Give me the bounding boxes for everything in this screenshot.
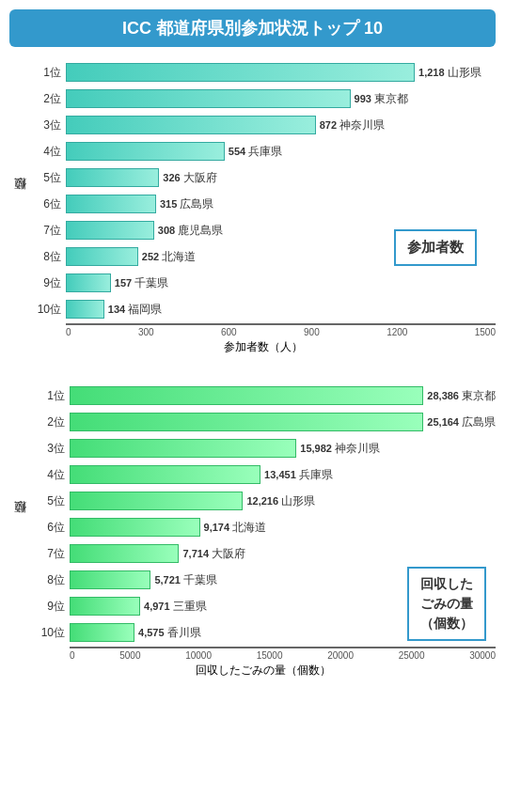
bar-name: 大阪府 bbox=[212, 546, 245, 562]
rank-label: 10位 bbox=[30, 625, 70, 641]
bar-area: 554兵庫県 bbox=[66, 141, 496, 162]
bar-area: 12,216山形県 bbox=[70, 491, 496, 511]
bar-name: 山形県 bbox=[448, 65, 481, 81]
bar-value: 252 bbox=[142, 251, 159, 262]
bar-value: 554 bbox=[229, 146, 245, 157]
bar-name: 千葉県 bbox=[183, 572, 217, 588]
bar-area: 872神奈川県 bbox=[66, 115, 496, 135]
rank-label: 2位 bbox=[30, 414, 70, 430]
chart1-xlabel: 参加者数（人） bbox=[30, 339, 496, 355]
bar-name: 鹿児島県 bbox=[178, 223, 223, 239]
chart2-section: 順位 1位28,386東京都2位25,164広島県3位15,982神奈川県4位1… bbox=[9, 383, 496, 679]
bar bbox=[70, 623, 134, 642]
bar bbox=[70, 597, 140, 616]
bar-name: 東京都 bbox=[374, 91, 408, 107]
rank-label: 1位 bbox=[30, 388, 70, 404]
rank-label: 3位 bbox=[30, 117, 66, 133]
bar bbox=[70, 413, 423, 431]
bar-value: 5,721 bbox=[154, 574, 181, 586]
bar-name: 香川県 bbox=[167, 625, 201, 641]
x-tick: 10000 bbox=[185, 650, 212, 661]
bar bbox=[66, 168, 159, 187]
rank-label: 10位 bbox=[30, 302, 66, 318]
bar-row: 3位15,982神奈川県 bbox=[30, 436, 496, 461]
bar bbox=[70, 518, 200, 537]
chart1-legend: 参加者数 bbox=[394, 229, 477, 266]
x-tick: 0 bbox=[70, 650, 75, 661]
bar-value: 315 bbox=[160, 198, 177, 210]
bar-value: 872 bbox=[320, 119, 337, 131]
bar-area: 15,982神奈川県 bbox=[70, 438, 496, 459]
rank-label: 6位 bbox=[30, 520, 70, 536]
rank-label: 7位 bbox=[30, 546, 70, 562]
rank-label: 3位 bbox=[30, 441, 70, 457]
bar bbox=[66, 273, 111, 292]
chart2-legend-text: 回収したごみの量（個数） bbox=[420, 576, 473, 631]
bar bbox=[70, 386, 423, 405]
bar-row: 3位872神奈川県 bbox=[30, 113, 496, 137]
bar bbox=[70, 492, 243, 510]
bar-area: 993東京都 bbox=[66, 88, 496, 109]
bar bbox=[66, 221, 154, 240]
bar-name: 神奈川県 bbox=[335, 441, 380, 457]
bar-row: 4位13,451兵庫県 bbox=[30, 462, 496, 487]
bar-value: 15,982 bbox=[300, 443, 332, 454]
bar-name: 東京都 bbox=[462, 388, 496, 404]
bar-name: 広島県 bbox=[180, 196, 213, 212]
chart2-xticks: 050001000015000200002500030000 bbox=[70, 650, 496, 661]
x-tick: 1500 bbox=[475, 327, 496, 337]
bar-name: 三重県 bbox=[173, 599, 207, 615]
bar-value: 7,714 bbox=[182, 548, 209, 559]
bar bbox=[66, 300, 104, 319]
bar-name: 北海道 bbox=[162, 249, 196, 265]
rank-label: 1位 bbox=[30, 65, 66, 81]
bar-area: 326大阪府 bbox=[66, 167, 496, 188]
bar-name: 北海道 bbox=[232, 520, 266, 536]
x-tick: 900 bbox=[304, 327, 320, 337]
bar-row: 1位1,218山形県 bbox=[30, 60, 496, 85]
bar-area: 315広島県 bbox=[66, 194, 496, 214]
bar-area: 7,714大阪府 bbox=[70, 543, 496, 564]
bar-row: 10位134福岡県 bbox=[30, 297, 496, 321]
chart1-body: 1位1,218山形県2位993東京都3位872神奈川県4位554兵庫県5位326… bbox=[30, 60, 496, 321]
x-tick: 15000 bbox=[257, 650, 283, 661]
bar-value: 157 bbox=[115, 277, 132, 289]
rank-label: 9位 bbox=[30, 275, 66, 291]
page-title: ICC 都道府県別参加状況トップ 10 bbox=[9, 9, 496, 47]
bar bbox=[66, 247, 138, 266]
rank-label: 9位 bbox=[30, 599, 70, 615]
bar-value: 1,218 bbox=[418, 67, 445, 78]
rank-label: 2位 bbox=[30, 91, 66, 107]
bar bbox=[66, 89, 351, 108]
bar-name: 山形県 bbox=[281, 493, 315, 509]
bar-value: 134 bbox=[108, 304, 125, 315]
bar-value: 25,164 bbox=[427, 416, 459, 428]
bar bbox=[70, 570, 150, 589]
bar-value: 12,216 bbox=[246, 495, 278, 507]
bar bbox=[70, 544, 179, 563]
bar-row: 7位7,714大阪府 bbox=[30, 541, 496, 566]
rank-label: 7位 bbox=[30, 223, 66, 239]
bar bbox=[70, 465, 260, 484]
bar-name: 大阪府 bbox=[183, 170, 217, 186]
bar-value: 9,174 bbox=[204, 522, 230, 533]
bar-value: 28,386 bbox=[427, 390, 459, 401]
x-tick: 600 bbox=[221, 327, 237, 337]
bar-row: 2位25,164広島県 bbox=[30, 410, 496, 434]
bar-row: 6位315広島県 bbox=[30, 192, 496, 216]
bar-row: 9位157千葉県 bbox=[30, 271, 496, 295]
bar-row: 6位9,174北海道 bbox=[30, 515, 496, 539]
bar-name: 福岡県 bbox=[128, 302, 162, 318]
bar bbox=[66, 116, 316, 134]
rank-label: 6位 bbox=[30, 196, 66, 212]
x-tick: 1200 bbox=[387, 327, 407, 337]
bar-area: 157千葉県 bbox=[66, 273, 496, 293]
bar-row: 5位326大阪府 bbox=[30, 165, 496, 190]
chart1-xticks: 030060090012001500 bbox=[66, 327, 496, 337]
bar-area: 134福岡県 bbox=[66, 299, 496, 320]
x-tick: 25000 bbox=[399, 650, 425, 661]
x-tick: 30000 bbox=[469, 650, 496, 661]
x-tick: 0 bbox=[66, 327, 71, 337]
rank-label: 5位 bbox=[30, 170, 66, 186]
x-tick: 5000 bbox=[119, 650, 140, 661]
